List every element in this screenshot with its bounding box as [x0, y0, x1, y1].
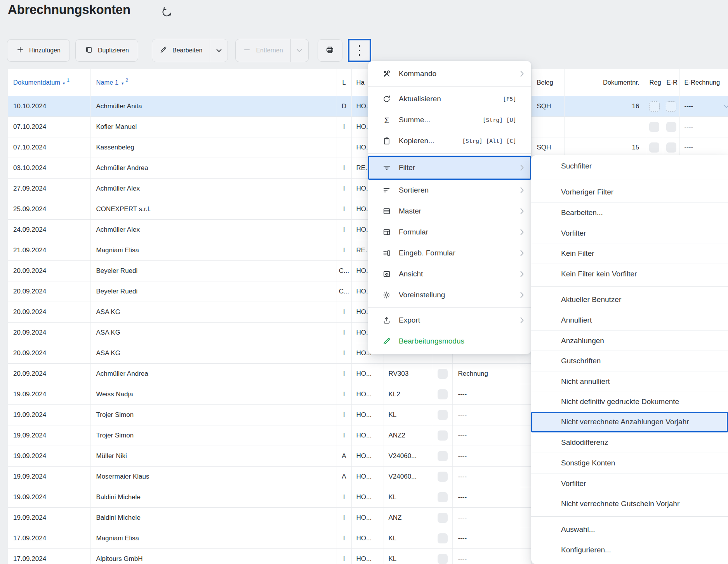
submenu-item-anzahlungen[interactable]: Anzahlungen: [531, 330, 728, 351]
submenu-item-konfigurieren[interactable]: Konfigurieren...: [531, 540, 728, 561]
row-checkbox[interactable]: [438, 389, 448, 399]
menu-item-ansicht[interactable]: Ansicht: [368, 264, 531, 285]
submenu-item-nicht-verrechnete-gutschein-vorjahr[interactable]: Nicht verrechnete Gutschein Vorjahr: [531, 494, 728, 514]
sync-icon[interactable]: [161, 6, 173, 20]
column-header-er[interactable]: E-R: [663, 69, 679, 96]
cell-dokumentdatum: 20.09.2024: [8, 302, 90, 323]
row-checkbox[interactable]: [438, 492, 448, 502]
cell-l: D: [337, 96, 351, 117]
reg-checkbox[interactable]: [649, 142, 659, 153]
edit-dropdown-button[interactable]: [210, 39, 228, 62]
submenu-item-kein-filter-kein-vorfilter[interactable]: Kein Filter kein Vorfilter: [531, 264, 728, 284]
submenu-item-vorfilter[interactable]: Vorfilter: [531, 223, 728, 243]
cell-code: V24060...: [384, 467, 433, 487]
cell-dokumentnr: [564, 117, 646, 137]
row-checkbox[interactable]: [438, 513, 448, 523]
menu-item-summe[interactable]: Σ Summe... [Strg] [U]: [368, 109, 531, 130]
cell-code: KL: [384, 549, 433, 564]
submenu-item-auswahl[interactable]: Auswahl...: [531, 519, 728, 540]
menu-item-bearbeitungsmodus[interactable]: Bearbeitungsmodus: [368, 331, 531, 352]
column-header-beleg[interactable]: Beleg: [531, 69, 564, 96]
column-header-dokumentnr[interactable]: Dokumentnr.: [564, 69, 646, 96]
submenu-item-saldodifferenz[interactable]: Saldodifferenz: [531, 432, 728, 453]
toolbar: Hinzufügen Duplizieren Bearbeiten Entfer…: [7, 38, 371, 62]
column-header-dokumentdatum[interactable]: Dokumentdatum▼1: [8, 69, 90, 96]
cell-name: Weiss Nadja: [90, 384, 337, 405]
submenu-item-sonstige-konten[interactable]: Sonstige Konten: [531, 453, 728, 473]
form-icon: [382, 227, 391, 237]
cell-name: Beyeler Ruedi: [90, 261, 337, 281]
submenu-item-label: Vorfilter: [561, 479, 586, 488]
add-button[interactable]: Hinzufügen: [7, 39, 70, 62]
cell-l: I: [337, 240, 351, 261]
er-checkbox[interactable]: [666, 101, 676, 112]
submenu-item-gutschriften[interactable]: Gutschriften: [531, 351, 728, 371]
submenu-item-annulliert[interactable]: Annulliert: [531, 310, 728, 330]
row-checkbox[interactable]: [438, 410, 448, 420]
reg-checkbox[interactable]: [649, 122, 659, 132]
cell-e-rechnung: ----: [679, 117, 728, 137]
clipboard-icon: [382, 136, 391, 146]
menu-item-master[interactable]: Master: [368, 201, 531, 222]
edit-button[interactable]: Bearbeiten: [152, 39, 210, 62]
cell-dokumentdatum: 19.09.2024: [8, 508, 90, 528]
row-checkbox[interactable]: [438, 451, 448, 461]
column-header-l[interactable]: L: [337, 69, 351, 96]
filter-icon: [382, 163, 391, 172]
submenu-item-bearbeiten[interactable]: Bearbeiten...: [531, 202, 728, 223]
cell-code: KL: [384, 487, 433, 508]
menu-item-filter[interactable]: Filter: [368, 156, 531, 180]
submenu-item-aktueller-benutzer[interactable]: Aktueller Benutzer: [531, 290, 728, 310]
submenu-item-nicht-definitiv-gedruckte-dokumente[interactable]: Nicht definitiv gedruckte Dokumente: [531, 392, 728, 412]
submenu-item-suchfilter[interactable]: Suchfilter: [531, 156, 728, 177]
row-checkbox[interactable]: [438, 369, 448, 379]
plus-icon: [16, 46, 24, 55]
menu-item-label: Filter: [399, 163, 520, 172]
menu-item-aktualisieren[interactable]: Aktualisieren [F5]: [368, 89, 531, 109]
submenu-item-nicht-annulliert[interactable]: Nicht annulliert: [531, 371, 728, 392]
column-header-name[interactable]: Name 1▼2: [90, 69, 337, 96]
cell-dokumentdatum: 25.09.2024: [8, 199, 90, 220]
cell-name: ASA KG: [90, 323, 337, 343]
submenu-separator: [531, 514, 728, 519]
remove-dropdown-button[interactable]: [290, 39, 308, 62]
chevron-right-icon: [520, 292, 525, 298]
er-checkbox[interactable]: [666, 142, 676, 153]
duplicate-button[interactable]: Duplizieren: [75, 39, 138, 62]
submenu-item-vorheriger-filter[interactable]: Vorheriger Filter: [531, 182, 728, 203]
menu-item-voreinstellung[interactable]: Voreinstellung: [368, 285, 531, 305]
cell-checkbox: [433, 446, 452, 467]
column-header-reg[interactable]: Reg: [646, 69, 663, 96]
er-checkbox[interactable]: [666, 122, 676, 132]
duplicate-icon: [85, 46, 93, 56]
cell-text: ----: [452, 467, 531, 487]
print-button[interactable]: [318, 39, 342, 62]
menu-item-eingeb-formular[interactable]: Eingeb. Formular: [368, 243, 531, 264]
menu-item-kopieren[interactable]: Kopieren... [Strg] [Alt] [C]: [368, 130, 531, 151]
cell-name: CONEXPERT s.r.l.: [90, 199, 337, 220]
more-options-button[interactable]: [348, 39, 371, 62]
reg-checkbox[interactable]: [649, 101, 660, 112]
row-checkbox[interactable]: [438, 472, 448, 482]
row-checkbox[interactable]: [438, 533, 448, 543]
cell-code: V24060...: [384, 446, 433, 467]
cell-ha: HO...: [351, 364, 384, 384]
row-checkbox[interactable]: [438, 430, 448, 441]
cell-text: ----: [452, 487, 531, 508]
submenu-item-kein-filter[interactable]: Kein Filter: [531, 243, 728, 264]
menu-item-formular[interactable]: Formular: [368, 222, 531, 243]
cell-l: I: [337, 528, 351, 549]
submenu-item-vorfilter[interactable]: Vorfilter: [531, 473, 728, 494]
export-icon: [382, 316, 391, 325]
row-checkbox[interactable]: [438, 554, 448, 564]
menu-item-sortieren[interactable]: Sortieren: [368, 180, 531, 201]
menu-item-export[interactable]: Export: [368, 310, 531, 331]
column-header-e-rechnung[interactable]: E-Rechnung: [679, 69, 728, 96]
submenu-item-nicht-verrechnete-anzahlungen-vorjahr[interactable]: Nicht verrechnete Anzahlungen Vorjahr: [531, 412, 728, 432]
menu-item-kommando[interactable]: Kommando: [368, 63, 531, 84]
chevron-down-icon[interactable]: [723, 104, 728, 108]
chevron-right-icon: [520, 165, 525, 171]
sort-icon: [382, 186, 391, 195]
remove-button[interactable]: Entfernen: [236, 39, 290, 62]
cell-ha: HO...: [351, 425, 384, 446]
